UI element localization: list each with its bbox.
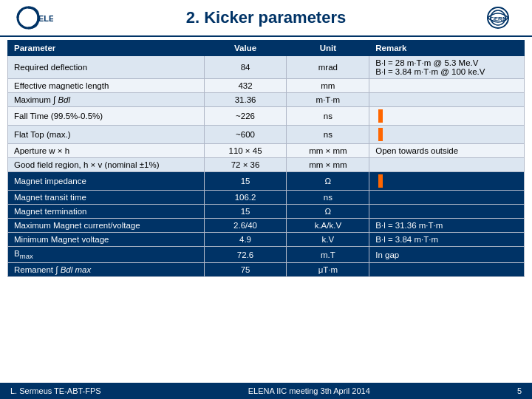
table-row: Flat Top (max.)~600ns bbox=[8, 126, 525, 144]
cell-unit: ns bbox=[287, 107, 369, 126]
table-row: Fall Time (99.5%-0.5%)~226ns bbox=[8, 107, 525, 126]
header: ELENA 2. Kicker parameters CERN bbox=[0, 0, 532, 37]
cell-param: Fall Time (99.5%-0.5%) bbox=[8, 107, 205, 126]
page-title: 2. Kicker parameters bbox=[56, 8, 476, 27]
orange-indicator bbox=[378, 174, 383, 188]
cell-unit: ns bbox=[287, 191, 369, 205]
table-row: Maximum Magnet current/voltage2.6/40k.A/… bbox=[8, 219, 525, 233]
cell-unit: Ω bbox=[287, 205, 369, 219]
cell-value: 110 × 45 bbox=[204, 144, 287, 158]
cell-remark bbox=[369, 107, 525, 126]
cell-value: 2.6/40 bbox=[204, 219, 287, 233]
cell-param: Aperture w × h bbox=[8, 144, 205, 158]
cell-value: ~600 bbox=[204, 126, 287, 144]
footer-right: 5 bbox=[517, 386, 522, 395]
table-row: Aperture w × h110 × 45mm × mmOpen toward… bbox=[8, 144, 525, 158]
table-row: Minimum Magnet voltage4.9k.VB·l = 3.84 m… bbox=[8, 233, 525, 247]
table-row: Remanent ∫ Bdl max75μT·m bbox=[8, 263, 525, 277]
cell-param: Bmax bbox=[8, 247, 205, 263]
footer: L. Sermeus TE-ABT-FPS ELENA IIC meeting … bbox=[0, 383, 532, 399]
cell-param: Maximum ∫ Bdl bbox=[8, 93, 205, 107]
cell-value: 432 bbox=[204, 79, 287, 93]
cell-remark bbox=[369, 79, 525, 93]
col-header-remark: Remark bbox=[369, 41, 525, 56]
cell-param: Magnet termination bbox=[8, 205, 205, 219]
cell-value: 15 bbox=[204, 205, 287, 219]
cell-param: Minimum Magnet voltage bbox=[8, 233, 205, 247]
cell-unit: μT·m bbox=[287, 263, 369, 277]
cell-param: Good field region, h × v (nominal ±1%) bbox=[8, 158, 205, 172]
svg-text:CERN: CERN bbox=[490, 16, 507, 22]
cell-remark bbox=[369, 263, 525, 277]
cell-remark bbox=[369, 172, 525, 191]
cell-remark bbox=[369, 191, 525, 205]
cell-value: 15 bbox=[204, 172, 287, 191]
table-header-row: Parameter Value Unit Remark bbox=[8, 41, 525, 56]
cern-logo: CERN bbox=[476, 4, 520, 31]
table-row: Maximum ∫ Bdl31.36m·T·m bbox=[8, 93, 525, 107]
cell-value: 106.2 bbox=[204, 191, 287, 205]
page: ELENA 2. Kicker parameters CERN Paramete… bbox=[0, 0, 532, 399]
footer-left: L. Sermeus TE-ABT-FPS bbox=[10, 386, 101, 395]
cell-unit: mrad bbox=[287, 56, 369, 79]
cell-unit: k.A/k.V bbox=[287, 219, 369, 233]
cell-remark: B·l = 28 m·T·m @ 5.3 Me.VB·l = 3.84 m·T·… bbox=[369, 56, 525, 79]
col-header-value: Value bbox=[204, 41, 287, 56]
cell-value: 72 × 36 bbox=[204, 158, 287, 172]
cell-unit: mm × mm bbox=[287, 144, 369, 158]
cell-unit: ns bbox=[287, 126, 369, 144]
cell-remark: Open towards outside bbox=[369, 144, 525, 158]
cell-unit: mm bbox=[287, 79, 369, 93]
col-header-unit: Unit bbox=[287, 41, 369, 56]
cell-remark: In gap bbox=[369, 247, 525, 263]
cell-param: Maximum Magnet current/voltage bbox=[8, 219, 205, 233]
table-row: Required deflection84mradB·l = 28 m·T·m … bbox=[8, 56, 525, 79]
cell-param: Magnet transit time bbox=[8, 191, 205, 205]
table-row: Magnet impedance15Ω bbox=[8, 172, 525, 191]
cell-unit: m.T bbox=[287, 247, 369, 263]
cell-unit: k.V bbox=[287, 233, 369, 247]
table-row: Bmax72.6m.TIn gap bbox=[8, 247, 525, 263]
cell-value: 4.9 bbox=[204, 233, 287, 247]
footer-center: ELENA IIC meeting 3th April 2014 bbox=[248, 386, 370, 395]
svg-text:ELENA: ELENA bbox=[38, 14, 53, 23]
cell-param: Magnet impedance bbox=[8, 172, 205, 191]
cell-value: ~226 bbox=[204, 107, 287, 126]
cell-unit: m·T·m bbox=[287, 93, 369, 107]
orange-indicator bbox=[378, 109, 383, 123]
table-row: Magnet termination15Ω bbox=[8, 205, 525, 219]
cell-param: Flat Top (max.) bbox=[8, 126, 205, 144]
cell-value: 84 bbox=[204, 56, 287, 79]
cell-remark bbox=[369, 93, 525, 107]
cell-remark: B·l = 31.36 m·T·m bbox=[369, 219, 525, 233]
col-header-parameter: Parameter bbox=[8, 41, 205, 56]
cell-param: Effective magnetic length bbox=[8, 79, 205, 93]
table-row: Magnet transit time106.2ns bbox=[8, 191, 525, 205]
cell-remark bbox=[369, 205, 525, 219]
cell-remark bbox=[369, 126, 525, 144]
elena-logo: ELENA bbox=[12, 4, 56, 31]
cell-value: 72.6 bbox=[204, 247, 287, 263]
orange-indicator bbox=[378, 128, 383, 141]
cell-param: Required deflection bbox=[8, 56, 205, 79]
cell-param: Remanent ∫ Bdl max bbox=[8, 263, 205, 277]
cell-value: 75 bbox=[204, 263, 287, 277]
cell-value: 31.36 bbox=[204, 93, 287, 107]
cell-unit: mm × mm bbox=[287, 158, 369, 172]
table-container: Parameter Value Unit Remark Required def… bbox=[0, 37, 532, 383]
cell-remark: B·l = 3.84 m·T·m bbox=[369, 233, 525, 247]
parameters-table: Parameter Value Unit Remark Required def… bbox=[7, 40, 525, 277]
cell-remark bbox=[369, 158, 525, 172]
table-row: Good field region, h × v (nominal ±1%)72… bbox=[8, 158, 525, 172]
cell-unit: Ω bbox=[287, 172, 369, 191]
table-row: Effective magnetic length432mm bbox=[8, 79, 525, 93]
